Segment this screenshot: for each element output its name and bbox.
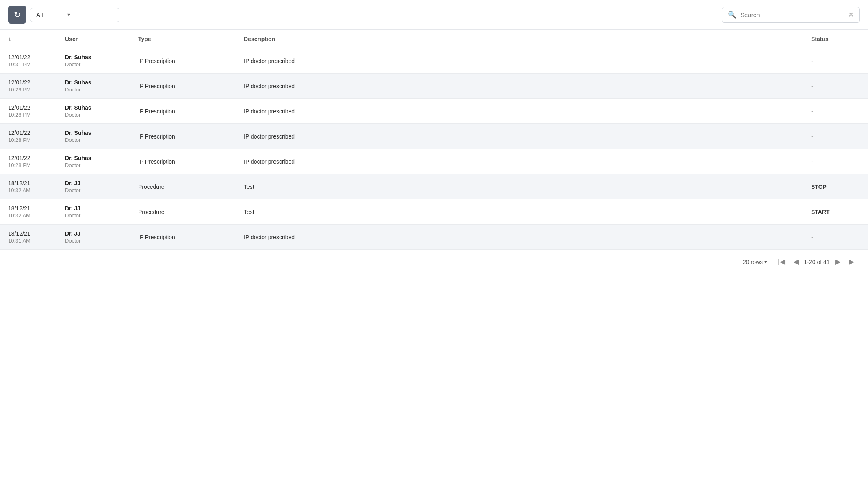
filter-dropdown[interactable]: All ▾ [30,8,119,22]
search-input[interactable] [740,11,844,18]
cell-type: Procedure [130,174,236,199]
cell-description: Test [236,199,803,225]
cell-date: 12/01/2210:28 PM [0,149,57,174]
date-primary: 18/12/21 [8,180,49,186]
user-role: Doctor [65,238,122,244]
user-role: Doctor [65,162,122,168]
cell-user: Dr. SuhasDoctor [57,48,130,74]
status-badge: - [811,108,813,115]
cell-type: IP Prescription [130,74,236,99]
cell-description: IP doctor prescribed [236,124,803,149]
status-badge: STOP [811,184,827,190]
cell-date: 12/01/2210:31 PM [0,48,57,74]
next-page-icon: ▶ [835,258,841,266]
refresh-button[interactable]: ↺ [8,6,26,24]
cell-description: IP doctor prescribed [236,74,803,99]
filter-value: All [36,11,43,18]
date-time: 10:32 AM [8,212,49,219]
col-header-type[interactable]: Type [130,30,236,48]
rows-dropdown[interactable]: 20 rows ▾ [743,259,767,265]
cell-status: - [803,48,868,74]
cell-status: - [803,225,868,250]
table-row: 12/01/2210:28 PMDr. SuhasDoctorIP Prescr… [0,149,868,174]
table-row: 18/12/2110:31 AMDr. JJDoctorIP Prescript… [0,225,868,250]
date-time: 10:28 PM [8,112,49,118]
cell-type: IP Prescription [130,124,236,149]
date-time: 10:28 PM [8,162,49,168]
user-name: Dr. JJ [65,180,122,186]
cell-date: 12/01/2210:28 PM [0,99,57,124]
date-time: 10:31 PM [8,61,49,67]
cell-user: Dr. SuhasDoctor [57,99,130,124]
cell-date: 18/12/2110:32 AM [0,199,57,225]
date-primary: 18/12/21 [8,205,49,212]
prev-page-icon: ◀ [793,258,799,266]
first-page-button[interactable]: |◀ [775,256,787,268]
user-name: Dr. Suhas [65,104,122,111]
cell-type: IP Prescription [130,149,236,174]
col-header-user[interactable]: User [57,30,130,48]
cell-status: - [803,74,868,99]
rows-value: 20 [743,259,749,265]
user-role: Doctor [65,187,122,193]
cell-description: Test [236,174,803,199]
cell-user: Dr. JJDoctor [57,225,130,250]
chevron-down-icon: ▾ [67,11,70,18]
cell-user: Dr. SuhasDoctor [57,149,130,174]
cell-status: START [803,199,868,225]
cell-date: 12/01/2210:28 PM [0,124,57,149]
user-role: Doctor [65,87,122,93]
pagination: |◀ ◀ 1-20 of 41 ▶ ▶| [775,256,858,268]
rows-label: rows [751,259,763,265]
left-controls: ↺ All ▾ [8,6,119,24]
table-row: 12/01/2210:29 PMDr. SuhasDoctorIP Prescr… [0,74,868,99]
cell-date: 18/12/2110:32 AM [0,174,57,199]
cell-status: - [803,149,868,174]
table-row: 12/01/2210:28 PMDr. SuhasDoctorIP Prescr… [0,99,868,124]
cell-type: IP Prescription [130,48,236,74]
search-box: 🔍 ✕ [722,7,860,23]
table-wrapper: ↓ User Type Description Status 12/01/221… [0,30,868,250]
cell-status: - [803,99,868,124]
user-role: Doctor [65,212,122,219]
date-primary: 12/01/22 [8,54,49,61]
cell-status: STOP [803,174,868,199]
top-bar: ↺ All ▾ 🔍 ✕ [0,0,868,30]
last-page-button[interactable]: ▶| [846,256,858,268]
cell-type: Procedure [130,199,236,225]
sort-icon: ↓ [8,35,11,42]
status-badge: - [811,234,813,240]
rows-chevron-icon: ▾ [764,259,767,265]
rows-per-page: 20 rows ▾ [743,259,767,265]
cell-description: IP doctor prescribed [236,149,803,174]
user-name: Dr. Suhas [65,155,122,161]
clear-icon[interactable]: ✕ [848,11,854,19]
table-header-row: ↓ User Type Description Status [0,30,868,48]
status-badge: START [811,209,830,215]
user-name: Dr. Suhas [65,130,122,136]
search-icon: 🔍 [728,11,736,19]
cell-description: IP doctor prescribed [236,99,803,124]
user-name: Dr. JJ [65,205,122,212]
user-name: Dr. JJ [65,230,122,237]
date-primary: 18/12/21 [8,230,49,237]
first-page-icon: |◀ [778,258,785,266]
cell-user: Dr. SuhasDoctor [57,74,130,99]
next-page-button[interactable]: ▶ [833,256,843,268]
cell-type: IP Prescription [130,99,236,124]
col-header-description[interactable]: Description [236,30,803,48]
date-time: 10:31 AM [8,238,49,244]
table-body: 12/01/2210:31 PMDr. SuhasDoctorIP Prescr… [0,48,868,250]
col-header-date[interactable]: ↓ [0,30,57,48]
date-time: 10:32 AM [8,187,49,193]
prev-page-button[interactable]: ◀ [791,256,801,268]
date-time: 10:28 PM [8,137,49,143]
cell-description: IP doctor prescribed [236,48,803,74]
col-header-status[interactable]: Status [803,30,868,48]
user-role: Doctor [65,112,122,118]
user-role: Doctor [65,61,122,67]
user-name: Dr. Suhas [65,54,122,61]
table-row: 12/01/2210:28 PMDr. SuhasDoctorIP Prescr… [0,124,868,149]
date-primary: 12/01/22 [8,130,49,136]
refresh-icon: ↺ [14,10,21,19]
